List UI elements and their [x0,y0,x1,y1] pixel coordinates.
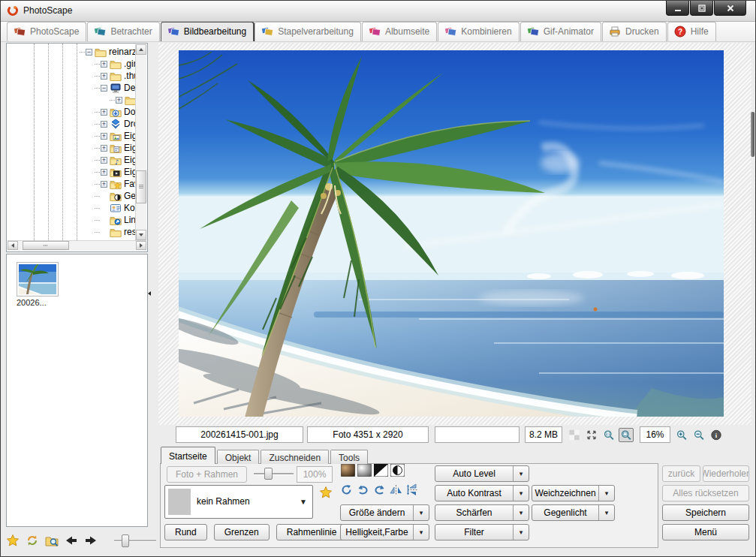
main-tab[interactable]: Albumseite [362,22,437,41]
frame-scale-slider[interactable] [254,468,294,480]
main-tab[interactable]: Gif-Animator [520,22,601,41]
collapse-panel-handle[interactable] [148,287,155,300]
tool-split-button[interactable]: Auto Kontrast [435,485,529,501]
tool-split-button[interactable]: Weichzeichnen [532,485,615,501]
tree-item[interactable]: Eiger [7,142,135,154]
tree-item[interactable]: .thur [7,70,135,82]
info-icon[interactable]: i [709,428,724,442]
transparency-icon[interactable] [567,428,582,442]
photo-beach-palm[interactable] [179,50,724,417]
dropdown-arrow-icon[interactable] [513,505,529,520]
tree-item[interactable]: Links [7,214,135,226]
folder-search-icon[interactable] [45,534,59,547]
tree-expander[interactable] [101,133,107,140]
tree-expander[interactable] [116,97,122,104]
star-icon[interactable] [6,534,20,547]
editor-tab[interactable]: Startseite [161,447,215,464]
frame-tool-button[interactable]: Rahmenlinie [276,524,348,540]
tree-expander[interactable] [101,85,107,92]
rotate-icon[interactable] [340,483,353,496]
dropdown-arrow-icon[interactable] [598,505,614,520]
close-button[interactable] [714,1,746,16]
tree-item[interactable]: Favo [7,178,135,190]
right-splitter-handle[interactable] [751,112,754,157]
tree-item[interactable]: Eiger [7,166,135,178]
scroll-up-button[interactable] [136,44,146,55]
menu-button[interactable]: Menü [662,524,749,540]
fade-circle-icon[interactable] [390,464,405,477]
scroll-right-button[interactable] [136,241,146,250]
fade-brown-icon[interactable] [341,464,355,477]
tree-item[interactable]: B [7,94,135,106]
tree-item[interactable]: Eiger [7,130,135,142]
tool-split-button[interactable]: Auto Level [435,465,529,482]
editor-tab[interactable]: Tools [330,450,368,464]
dropdown-arrow-icon[interactable] [598,486,614,501]
tree-expander[interactable] [101,73,107,80]
zoom-fit-icon[interactable] [619,428,634,442]
slider-knob[interactable] [264,468,273,480]
tree-expander[interactable] [101,109,107,116]
favorite-star-icon[interactable] [319,486,333,499]
dropdown-arrow-icon[interactable] [413,525,429,540]
tree-item[interactable]: .gimp [7,58,135,70]
frame-tool-button[interactable]: Rund [164,524,207,540]
zoom-out-icon[interactable] [691,428,706,442]
main-tab[interactable]: Stapelverarbeitung [255,22,361,41]
tool-split-button[interactable]: Schärfen [435,504,529,521]
main-tab[interactable]: Kombinieren [438,22,519,41]
tree-expander[interactable] [101,61,107,68]
undo-button[interactable]: zurück [662,465,700,482]
tree-item[interactable]: ♪ Eiger [7,154,135,166]
flip-horizontal-icon[interactable] [390,483,402,496]
redo-button[interactable]: Wiederholen [703,465,749,482]
chevron-down-icon[interactable] [300,498,307,506]
tree-item[interactable]: reinarz [7,46,135,58]
minimize-button[interactable] [666,1,689,16]
tree-item[interactable]: Kont [7,202,135,214]
tree-expander[interactable] [101,121,107,128]
tree-vertical-scrollbar[interactable] [135,44,146,240]
main-tab[interactable]: Drucken [602,22,667,41]
scroll-thumb[interactable] [23,241,69,250]
zoom-actual-icon[interactable]: 1:1 [601,428,616,442]
scroll-thumb[interactable] [136,170,146,203]
dropdown-arrow-icon[interactable] [513,525,529,540]
tree-expander[interactable] [101,181,107,188]
fade-diagonal-icon[interactable] [374,464,388,477]
thumbnail-image[interactable] [17,262,59,297]
tree-expander[interactable] [101,145,107,152]
tool-split-button[interactable]: Helligkeit,Farbe [340,524,429,540]
redo-rotate-icon[interactable] [373,483,386,496]
refresh-icon[interactable] [26,534,39,547]
dropdown-arrow-icon[interactable] [413,505,429,520]
tree-item[interactable]: Desk [7,82,135,94]
tree-expander[interactable] [101,169,107,176]
undo-rotate-icon[interactable] [357,483,369,496]
scroll-down-button[interactable] [136,230,146,240]
editor-tab[interactable]: Objekt [217,450,260,464]
reset-all-button[interactable]: Alles rücksetzen [662,485,749,501]
main-tab[interactable]: Bildbearbeitung [161,22,254,41]
tree-item[interactable]: Gesp [7,190,135,202]
tree-item[interactable]: Dow [7,106,135,118]
editor-tab[interactable]: Zuschneiden [261,450,329,464]
tree-item[interactable]: resto [7,226,135,238]
tree-expander[interactable] [101,157,107,164]
fit-screen-icon[interactable] [584,428,599,442]
main-tab[interactable]: PhotoScape [7,22,86,41]
tree-item[interactable]: Drop [7,118,135,130]
dropdown-arrow-icon[interactable] [513,466,529,481]
dropdown-arrow-icon[interactable] [513,486,529,501]
frame-tool-button[interactable]: Grenzen [214,524,270,540]
tool-split-button[interactable]: Gegenlicht [532,504,615,521]
tree-expander[interactable] [86,49,92,56]
main-tab[interactable]: Betrachter [87,22,159,41]
back-arrow-icon[interactable] [65,534,78,547]
tool-split-button[interactable]: Größe ändern [340,504,429,521]
zoom-in-icon[interactable] [674,428,689,442]
main-tab[interactable]: ? Hilfe [667,22,716,41]
thumbnail-size-slider[interactable] [114,534,156,547]
slider-knob[interactable] [122,534,129,547]
scroll-left-button[interactable] [8,241,18,250]
